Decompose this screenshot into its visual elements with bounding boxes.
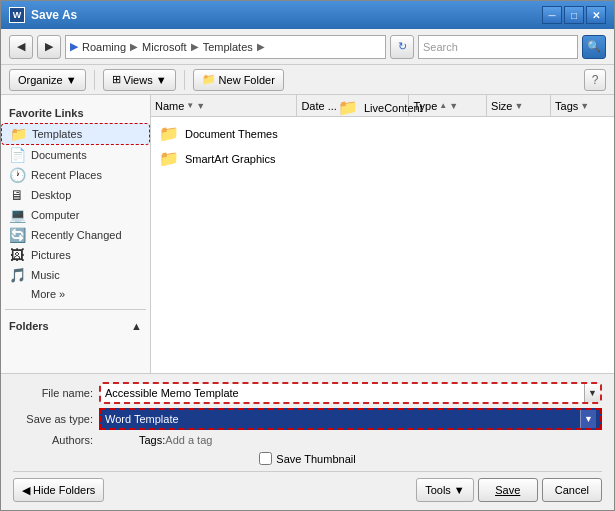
- address-sep3: ▶: [257, 41, 265, 52]
- tags-label-text: Tags:: [139, 434, 165, 446]
- save-form: File name: ▼ Save as type: Word Template…: [1, 373, 614, 510]
- sidebar-item-templates[interactable]: 📁 Templates: [1, 123, 150, 145]
- save-label: Save: [495, 484, 520, 496]
- sidebar-item-recent-places[interactable]: 🕐 Recent Places: [1, 165, 150, 185]
- address-microsoft: Microsoft: [142, 41, 187, 53]
- search-button[interactable]: 🔍: [582, 35, 606, 59]
- secondary-toolbar: Organize ▼ ⊞ Views ▼ 📁 New Folder ?: [1, 65, 614, 95]
- file-name: SmartArt Graphics: [185, 153, 275, 165]
- sidebar-item-desktop[interactable]: 🖥 Desktop: [1, 185, 150, 205]
- new-folder-label: New Folder: [219, 74, 275, 86]
- sidebar-item-documents[interactable]: 📄 Documents: [1, 145, 150, 165]
- folders-arrow-icon: ▲: [131, 320, 142, 332]
- save-button[interactable]: Save: [478, 478, 538, 502]
- file-name: Document Themes: [185, 128, 278, 140]
- sidebar-item-label-desktop: Desktop: [31, 189, 71, 201]
- desktop-icon: 🖥: [9, 188, 25, 202]
- sidebar-item-music[interactable]: 🎵 Music: [1, 265, 150, 285]
- favorites-title: Favorite Links: [1, 103, 150, 123]
- thumbnail-row: Save Thumbnail: [13, 452, 602, 465]
- organize-label: Organize: [18, 74, 63, 86]
- search-input[interactable]: Search: [418, 35, 578, 59]
- col-tags-label: Tags: [555, 100, 578, 112]
- sidebar-item-computer[interactable]: 💻 Computer: [1, 205, 150, 225]
- cancel-button[interactable]: Cancel: [542, 478, 602, 502]
- maximize-button[interactable]: □: [564, 6, 584, 24]
- tools-label: Tools: [425, 484, 451, 496]
- minimize-button[interactable]: ─: [542, 6, 562, 24]
- left-panel: Favorite Links 📁 Templates 📄 Documents 🕐…: [1, 95, 151, 373]
- filename-label: File name:: [13, 387, 93, 399]
- folder-icon: 📄: [9, 148, 25, 162]
- navigation-toolbar: ◀ ▶ ▶ Roaming ▶ Microsoft ▶ Templates ▶ …: [1, 29, 614, 65]
- table-row[interactable]: 📁 Document Themes: [151, 121, 614, 146]
- tags-value: Add a tag: [165, 434, 212, 446]
- filename-row: File name: ▼: [13, 382, 602, 404]
- new-folder-icon: 📁: [202, 73, 216, 86]
- col-filter-size-icon: ▼: [515, 101, 524, 111]
- col-filter-type-icon: ▼: [449, 101, 458, 111]
- main-content: Favorite Links 📁 Templates 📄 Documents 🕐…: [1, 95, 614, 373]
- recent-icon: 🕐: [9, 168, 25, 182]
- organize-button[interactable]: Organize ▼: [9, 69, 86, 91]
- table-row[interactable]: 📁 SmartArt Graphics: [151, 146, 614, 171]
- computer-icon: 💻: [9, 208, 25, 222]
- sidebar-item-label-changed: Recently Changed: [31, 229, 122, 241]
- filename-dropdown-arrow[interactable]: ▼: [584, 384, 600, 402]
- views-label: Views: [124, 74, 153, 86]
- address-roaming: Roaming: [82, 41, 126, 53]
- file-list: 📁 Document Themes 📁 SmartArt Graphics 📁: [151, 117, 614, 373]
- help-icon: ?: [592, 73, 599, 87]
- filename-input-container: ▼: [99, 382, 602, 404]
- tools-button[interactable]: Tools ▼: [416, 478, 474, 502]
- help-button[interactable]: ?: [584, 69, 606, 91]
- saveas-arrow-icon[interactable]: ▼: [580, 410, 596, 428]
- col-name-label: Name: [155, 100, 184, 112]
- table-row[interactable]: 📁 LiveContent: [330, 117, 431, 120]
- music-icon: 🎵: [9, 268, 25, 282]
- toolbar-divider: [94, 70, 95, 90]
- title-bar: W Save As ─ □ ✕: [1, 1, 614, 29]
- address-arrow-icon: ▶: [70, 40, 78, 53]
- forward-button[interactable]: ▶: [37, 35, 61, 59]
- views-button[interactable]: ⊞ Views ▼: [103, 69, 176, 91]
- views-arrow-icon: ▼: [156, 74, 167, 86]
- meta-row: Authors: Tags: Add a tag: [13, 434, 602, 446]
- sidebar-item-label-recent: Recent Places: [31, 169, 102, 181]
- save-thumbnail-checkbox[interactable]: [259, 452, 272, 465]
- address-sep1: ▶: [130, 41, 138, 52]
- saveas-row: Save as type: Word Template ▼: [13, 408, 602, 430]
- saveas-label: Save as type:: [13, 413, 93, 425]
- col-header-tags[interactable]: Tags ▼: [551, 95, 614, 116]
- folder-icon: 📁: [159, 149, 179, 168]
- window-title: Save As: [31, 8, 77, 22]
- folder-icon: 📁: [10, 127, 26, 141]
- hide-folders-button[interactable]: ◀ Hide Folders: [13, 478, 104, 502]
- address-bar[interactable]: ▶ Roaming ▶ Microsoft ▶ Templates ▶: [65, 35, 386, 59]
- refresh-button[interactable]: ↻: [390, 35, 414, 59]
- folder-icon: 📁: [159, 124, 179, 143]
- views-grid-icon: ⊞: [112, 73, 121, 86]
- address-sep2: ▶: [191, 41, 199, 52]
- organize-arrow-icon: ▼: [66, 74, 77, 86]
- filename-input[interactable]: [101, 384, 584, 402]
- panel-divider: [5, 309, 146, 310]
- back-button[interactable]: ◀: [9, 35, 33, 59]
- hide-folders-arrow-icon: ◀: [22, 484, 30, 497]
- sidebar-item-recently-changed[interactable]: 🔄 Recently Changed: [1, 225, 150, 245]
- sidebar-item-label-pictures: Pictures: [31, 249, 71, 261]
- close-button[interactable]: ✕: [586, 6, 606, 24]
- col-header-name[interactable]: Name ▼ ▼: [151, 95, 297, 116]
- folders-section[interactable]: Folders ▲: [1, 316, 150, 336]
- sidebar-item-label-templates: Templates: [32, 128, 82, 140]
- saveas-dropdown[interactable]: Word Template ▼: [99, 408, 602, 430]
- new-folder-button[interactable]: 📁 New Folder: [193, 69, 284, 91]
- col-header-size[interactable]: Size ▼: [487, 95, 551, 116]
- sidebar-item-label-computer: Computer: [31, 209, 79, 221]
- col-type-sort-icon: ▲: [439, 101, 447, 110]
- app-icon: W: [9, 7, 25, 23]
- search-placeholder: Search: [423, 41, 458, 53]
- sidebar-item-pictures[interactable]: 🖼 Pictures: [1, 245, 150, 265]
- sidebar-item-more[interactable]: More »: [1, 285, 150, 303]
- col-name-sort-icon: ▼: [186, 101, 194, 110]
